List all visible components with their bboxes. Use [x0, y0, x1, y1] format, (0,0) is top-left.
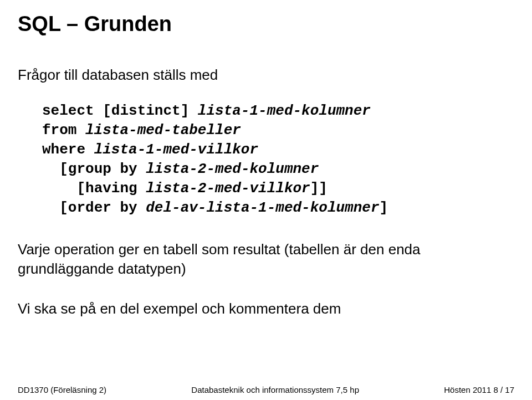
paragraph: Vi ska se på en del exempel och kommente…	[18, 299, 514, 319]
sql-grammar-block: select [distinct] lista-1-med-kolumner f…	[42, 101, 514, 218]
code-ident: lista-2-med-kolumner	[146, 161, 319, 177]
footer-left: DD1370 (Föreläsning 2)	[18, 385, 106, 394]
slide-title: SQL – Grunden	[18, 12, 514, 36]
code-ident: lista-2-med-villkor	[146, 180, 310, 197]
footer-right: Hösten 2011 8 / 17	[444, 385, 514, 394]
code-kw: ]	[380, 199, 388, 216]
code-kw: [group by	[59, 161, 146, 177]
code-ident: del-av-lista-1-med-kolumner	[146, 199, 379, 216]
paragraph: Varje operation ger en tabell som result…	[18, 240, 514, 279]
code-ident: lista-1-med-villkor	[94, 141, 258, 158]
footer-center: Databasteknik och informationssystem 7,5…	[191, 385, 359, 394]
code-kw: select [distinct]	[42, 102, 198, 119]
footer: DD1370 (Föreläsning 2) Databasteknik och…	[18, 385, 514, 394]
code-kw: from	[42, 122, 85, 139]
lead-text: Frågor till databasen ställs med	[18, 66, 514, 85]
code-kw: [having	[76, 180, 146, 197]
slide: SQL – Grunden Frågor till databasen stäl…	[0, 0, 532, 400]
code-kw: [order by	[59, 199, 146, 216]
code-ident: lista-1-med-kolumner	[198, 102, 371, 119]
code-ident: lista-med-tabeller	[85, 122, 241, 139]
code-kw: ]]	[310, 180, 328, 197]
code-kw: where	[42, 141, 94, 158]
